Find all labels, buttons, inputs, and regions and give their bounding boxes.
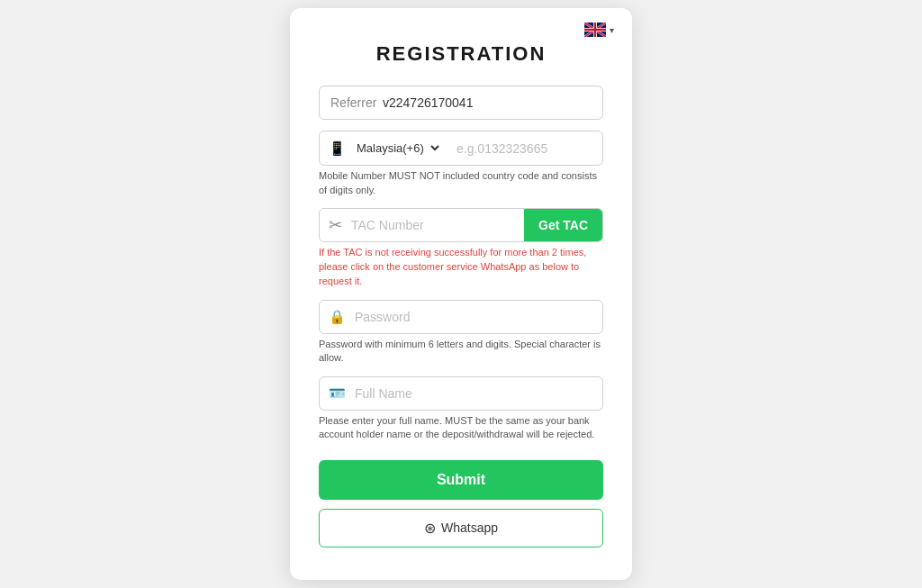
- language-selector[interactable]: ▾: [584, 23, 614, 37]
- tac-icon: ✂: [320, 215, 351, 235]
- phone-field-group: 📱 Malaysia(+6) Mobile Number MUST NOT in…: [319, 131, 603, 197]
- referrer-label: Referrer: [320, 86, 383, 119]
- tac-warning-text: If the TAC is not receiving successfully…: [319, 246, 603, 289]
- phone-row: 📱 Malaysia(+6): [319, 131, 603, 166]
- whatsapp-label: Whatsapp: [441, 520, 498, 535]
- tac-row: ✂ Get TAC: [319, 208, 603, 242]
- referrer-input-wrapper: Referrer: [319, 86, 603, 120]
- fullname-field-group: 🪪 Please enter your full name. MUST be t…: [319, 376, 603, 442]
- password-field-group: 🔒 Password with minimum 6 letters and di…: [319, 300, 603, 366]
- phone-hint: Mobile Number MUST NOT included country …: [319, 169, 603, 197]
- fullname-input-wrapper: 🪪: [319, 376, 603, 411]
- flag-icon: [584, 23, 606, 37]
- referrer-input[interactable]: [383, 86, 602, 119]
- password-input-wrapper: 🔒: [319, 300, 603, 334]
- password-input[interactable]: [355, 301, 602, 333]
- submit-button[interactable]: Submit: [319, 460, 603, 500]
- phone-input[interactable]: [453, 132, 603, 165]
- registration-card: ▾ REGISTRATION Referrer 📱 Malaysia(+6) M…: [290, 8, 632, 579]
- referrer-field-group: Referrer: [319, 86, 603, 120]
- fullname-hint: Please enter your full name. MUST be the…: [319, 414, 603, 442]
- language-chevron-icon: ▾: [610, 25, 614, 35]
- country-code-select[interactable]: Malaysia(+6): [353, 131, 442, 165]
- person-icon: 🪪: [320, 385, 355, 402]
- password-hint: Password with minimum 6 letters and digi…: [319, 338, 603, 366]
- whatsapp-icon: ⊛: [424, 520, 436, 537]
- fullname-input[interactable]: [355, 377, 602, 410]
- lock-icon: 🔒: [320, 309, 355, 325]
- get-tac-button[interactable]: Get TAC: [524, 209, 602, 241]
- tac-input[interactable]: [351, 209, 524, 241]
- whatsapp-button[interactable]: ⊛ Whatsapp: [319, 509, 603, 547]
- tac-field-group: ✂ Get TAC If the TAC is not receiving su…: [319, 208, 603, 289]
- phone-icon: 📱: [320, 140, 353, 157]
- page-title: REGISTRATION: [319, 42, 603, 66]
